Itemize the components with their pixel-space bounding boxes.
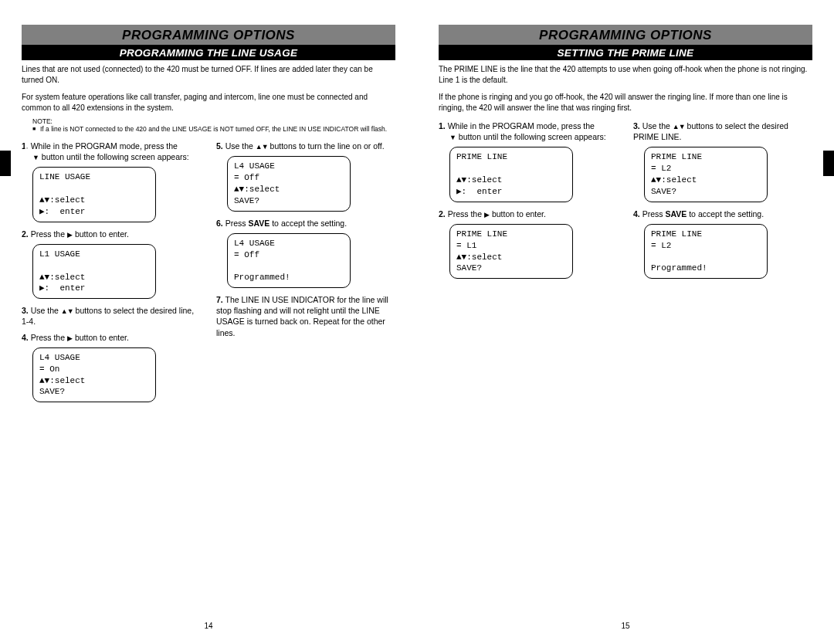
note-text: If a line is NOT connected to the 420 an… (22, 125, 395, 136)
step-text: button to enter. (75, 333, 129, 342)
save-label: SAVE (248, 219, 270, 228)
step-4: 4. Press the button to enter. (22, 332, 201, 343)
step-number: 1. (439, 121, 446, 130)
updown-icon (256, 141, 268, 151)
side-tab-right: PROGRAMMING (823, 151, 834, 176)
lcd-screen: L4 USAGE = On ▲▼:select SAVE? (32, 347, 156, 402)
side-tab-label: PROGRAMMING (23, 137, 30, 189)
step-number: 7. (216, 295, 223, 304)
lcd-screen: PRIME LINE ▲▼:select ▶: enter (449, 147, 573, 202)
down-icon (449, 132, 456, 141)
step-text: button to enter. (492, 209, 546, 219)
section-title: PROGRAMMING THE LINE USAGE (22, 47, 395, 59)
step-1: 1. While in the PROGRAM mode, press the … (439, 120, 618, 142)
lcd-screen: PRIME LINE = L1 ▲▼:select SAVE? (449, 224, 573, 279)
columns: 1. While in the PROGRAM mode, press the … (22, 141, 395, 408)
step-5: 5. Use the buttons to turn the line on o… (216, 141, 395, 151)
step-2: 2. Press the button to enter. (22, 229, 201, 239)
left-column: 1. While in the PROGRAM mode, press the … (22, 141, 201, 408)
step-text: button until the following screen appear… (22, 151, 201, 162)
step-7: 7. The LINE IN USE INDICATOR for the lin… (216, 294, 395, 338)
lcd-screen: L1 USAGE ▲▼:select ▶: enter (32, 244, 156, 299)
lcd-screen: L4 USAGE = Off Programmed! (227, 233, 351, 288)
step-text: Press the (448, 209, 482, 219)
step-number: 2. (439, 209, 446, 219)
side-tab-left: PROGRAMMING (0, 151, 11, 176)
step-text: Use the (225, 141, 253, 151)
header-bar: PROGRAMMING OPTIONS (439, 25, 812, 45)
step-text: to accept the setting. (272, 219, 347, 228)
step-text: The LINE IN USE INDICATOR for the line w… (216, 295, 388, 337)
down-icon (32, 152, 39, 161)
lcd-screen: PRIME LINE = L2 ▲▼:select SAVE? (644, 147, 768, 202)
step-text: Use the (31, 306, 59, 315)
step-text: buttons to turn the line on or off. (270, 141, 385, 151)
header-bar: PROGRAMMING OPTIONS (22, 25, 395, 45)
right-column: 5. Use the buttons to turn the line on o… (216, 141, 395, 408)
step-3: 3. Use the buttons to select the desired… (22, 305, 201, 327)
intro-text: For system feature operations like call … (22, 88, 395, 116)
step-number: 6. (216, 219, 223, 228)
step-text: button to enter. (75, 229, 129, 239)
save-label: SAVE (665, 209, 687, 219)
header-title: PROGRAMMING OPTIONS (22, 28, 395, 43)
section-bar: PROGRAMMING THE LINE USAGE (22, 45, 395, 60)
step-text: While in the PROGRAM mode, press the (448, 121, 595, 130)
step-number: 4. (633, 209, 640, 219)
left-column: 1. While in the PROGRAM mode, press the … (439, 120, 618, 285)
right-icon (67, 333, 73, 342)
step-text: Press (225, 219, 246, 228)
note-label: NOTE: (22, 116, 395, 125)
section-bar: SETTING THE PRIME LINE (439, 45, 812, 60)
step-number: 3. (22, 306, 29, 315)
step-4: 4. Press SAVE to accept the setting. (633, 208, 812, 219)
step-2: 2. Press the button to enter. (439, 208, 618, 219)
updown-icon (61, 306, 73, 315)
lcd-screen: L4 USAGE = Off ▲▼:select SAVE? (227, 156, 351, 211)
right-icon (484, 209, 490, 219)
columns: 1. While in the PROGRAM mode, press the … (439, 120, 812, 285)
step-text: button until the following screen appear… (439, 131, 618, 142)
header-title: PROGRAMMING OPTIONS (439, 28, 812, 43)
right-icon (67, 229, 73, 239)
section-title: SETTING THE PRIME LINE (439, 47, 812, 59)
step-number: 2. (22, 229, 29, 239)
left-page: PROGRAMMING PROGRAMMING OPTIONS PROGRAMM… (0, 0, 417, 644)
step-text: Use the (642, 121, 670, 130)
intro-text: If the phone is ringing and you go off-h… (439, 88, 812, 116)
right-column: 3. Use the buttons to select the desired… (633, 120, 812, 285)
step-text: While in the PROGRAM mode, press the (31, 141, 178, 151)
step-number: 4. (22, 333, 29, 342)
step-text: Press the (31, 333, 65, 342)
page-number: 15 (621, 622, 629, 630)
step-text: to accept the setting. (689, 209, 764, 219)
intro-text: Lines that are not used (connected) to t… (22, 60, 395, 88)
step-text: Press the (31, 229, 65, 239)
step-1: 1. While in the PROGRAM mode, press the … (22, 141, 201, 162)
step-text: Press (642, 209, 663, 219)
lcd-screen: LINE USAGE ▲▼:select ▶: enter (32, 167, 156, 222)
step-number: 3. (633, 121, 640, 130)
right-page: PROGRAMMING PROGRAMMING OPTIONS SETTING … (417, 0, 834, 644)
step-6: 6. Press SAVE to accept the setting. (216, 218, 395, 229)
intro-text: The PRIME LINE is the line that the 420 … (439, 60, 812, 88)
lcd-screen: PRIME LINE = L2 Programmed! (644, 224, 768, 279)
step-number: 5. (216, 141, 223, 151)
step-3: 3. Use the buttons to select the desired… (633, 120, 812, 142)
page-number: 14 (204, 622, 212, 630)
updown-icon (673, 121, 685, 130)
